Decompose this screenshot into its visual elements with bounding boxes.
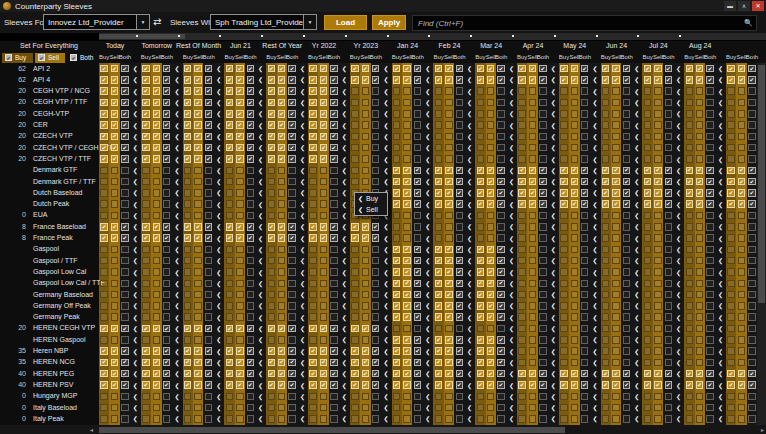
collapse-chevron-icon[interactable]: ❮ bbox=[258, 167, 263, 174]
checkbox-cell-both[interactable]: ✔ bbox=[121, 121, 129, 129]
collapse-chevron-icon[interactable]: ❮ bbox=[425, 76, 430, 83]
collapse-chevron-icon[interactable]: ❮ bbox=[676, 370, 681, 377]
collapse-chevron-icon[interactable]: ❮ bbox=[509, 122, 514, 129]
checkbox-cell-buy[interactable] bbox=[226, 200, 234, 208]
checkbox-cell-both[interactable] bbox=[539, 87, 547, 95]
checkbox-cell-buy[interactable]: ✔ bbox=[435, 246, 443, 254]
checkbox-cell-both[interactable] bbox=[288, 291, 296, 299]
checkbox-cell-sell[interactable]: ✔ bbox=[696, 65, 704, 73]
sub-column-label[interactable]: Both bbox=[620, 54, 632, 60]
checkbox-cell-sell[interactable] bbox=[278, 167, 286, 175]
checkbox-cell-both[interactable] bbox=[247, 415, 255, 423]
checkbox-cell-buy[interactable]: ✔ bbox=[435, 313, 443, 321]
checkbox-cell-both[interactable] bbox=[748, 404, 756, 412]
collapse-chevron-icon[interactable]: ❮ bbox=[593, 246, 598, 253]
checkbox-cell-both[interactable]: ✔ bbox=[497, 268, 505, 276]
checkbox-cell-sell[interactable]: ✔ bbox=[236, 99, 244, 107]
collapse-chevron-icon[interactable]: ❮ bbox=[551, 348, 556, 355]
checkbox-cell-buy[interactable] bbox=[644, 313, 652, 321]
collapse-chevron-icon[interactable]: ❮ bbox=[718, 325, 723, 332]
checkbox-cell-sell[interactable]: ✔ bbox=[487, 189, 495, 197]
scroll-right-icon[interactable]: ▸ bbox=[761, 426, 764, 433]
checkbox-cell-sell[interactable]: ✔ bbox=[403, 347, 411, 355]
checkbox-cell-sell[interactable]: ✔ bbox=[153, 223, 161, 231]
checkbox-cell-both[interactable]: ✔ bbox=[539, 167, 547, 175]
checkbox-cell-both[interactable]: ✔ bbox=[247, 223, 255, 231]
checkbox-cell-both[interactable] bbox=[247, 167, 255, 175]
collapse-chevron-icon[interactable]: ❮ bbox=[258, 359, 263, 366]
checkbox-cell-sell[interactable] bbox=[111, 393, 119, 401]
collapse-chevron-icon[interactable]: ❮ bbox=[133, 404, 138, 411]
checkbox-cell-buy[interactable] bbox=[393, 325, 401, 333]
checkbox-cell-buy[interactable]: ✔ bbox=[268, 76, 276, 84]
checkbox-cell-both[interactable] bbox=[288, 246, 296, 254]
collapse-chevron-icon[interactable]: ❮ bbox=[551, 167, 556, 174]
collapse-chevron-icon[interactable]: ❮ bbox=[509, 336, 514, 343]
collapse-chevron-icon[interactable]: ❮ bbox=[342, 348, 347, 355]
checkbox-cell-sell[interactable] bbox=[111, 404, 119, 412]
checkbox-cell-both[interactable]: ✔ bbox=[372, 223, 380, 231]
checkbox-cell-sell[interactable]: ✔ bbox=[278, 133, 286, 141]
checkbox-cell-sell[interactable] bbox=[529, 223, 537, 231]
checkbox-cell-buy[interactable] bbox=[727, 291, 735, 299]
collapse-chevron-icon[interactable]: ❮ bbox=[216, 178, 221, 185]
checkbox-cell-both[interactable]: ✔ bbox=[163, 381, 171, 389]
checkbox-cell-both[interactable] bbox=[623, 99, 631, 107]
row-label[interactable]: CZECH VTP / TTF bbox=[33, 155, 91, 162]
row-label[interactable]: CEGH-VTP bbox=[33, 110, 69, 117]
checkbox-cell-buy[interactable] bbox=[351, 133, 359, 141]
collapse-chevron-icon[interactable]: ❮ bbox=[342, 302, 347, 309]
checkbox-cell-buy[interactable] bbox=[602, 212, 610, 220]
checkbox-cell-buy[interactable] bbox=[309, 280, 317, 288]
row-label[interactable]: CZECH VTP bbox=[33, 132, 73, 139]
checkbox-cell-buy[interactable] bbox=[518, 223, 526, 231]
checkbox-cell-buy[interactable] bbox=[727, 212, 735, 220]
checkbox-cell-buy[interactable]: ✔ bbox=[309, 381, 317, 389]
checkbox-cell-buy[interactable] bbox=[226, 246, 234, 254]
checkbox-cell-both[interactable] bbox=[414, 155, 422, 163]
checkbox-cell-sell[interactable]: ✔ bbox=[445, 200, 453, 208]
checkbox-cell-sell[interactable]: ✔ bbox=[278, 155, 286, 163]
collapse-chevron-icon[interactable]: ❮ bbox=[467, 280, 472, 287]
checkbox-cell-buy[interactable] bbox=[184, 200, 192, 208]
sub-column-label[interactable]: Both bbox=[202, 54, 214, 60]
checkbox-cell-buy[interactable] bbox=[560, 133, 568, 141]
checkbox-cell-both[interactable]: ✔ bbox=[247, 359, 255, 367]
checkbox-cell-buy[interactable] bbox=[184, 189, 192, 197]
checkbox-cell-sell[interactable] bbox=[194, 257, 202, 265]
collapse-chevron-icon[interactable]: ❮ bbox=[551, 122, 556, 129]
checkbox-cell-both[interactable] bbox=[581, 313, 589, 321]
checkbox-cell-buy[interactable]: ✔ bbox=[435, 381, 443, 389]
checkbox-cell-buy[interactable] bbox=[560, 155, 568, 163]
checkbox-cell-both[interactable] bbox=[163, 336, 171, 344]
checkbox-cell-buy[interactable] bbox=[644, 415, 652, 423]
checkbox-cell-both[interactable] bbox=[581, 110, 589, 118]
checkbox-cell-both[interactable]: ✔ bbox=[247, 65, 255, 73]
checkbox-cell-sell[interactable]: ✔ bbox=[194, 121, 202, 129]
checkbox-cell-sell[interactable] bbox=[738, 87, 746, 95]
checkbox-cell-both[interactable] bbox=[205, 167, 213, 175]
checkbox-cell-sell[interactable] bbox=[612, 347, 620, 355]
collapse-chevron-icon[interactable]: ❮ bbox=[258, 280, 263, 287]
checkbox-cell-buy[interactable] bbox=[602, 313, 610, 321]
checkbox-cell-both[interactable]: ✔ bbox=[665, 76, 673, 84]
checkbox-cell-both[interactable] bbox=[121, 404, 129, 412]
collapse-chevron-icon[interactable]: ❮ bbox=[425, 235, 430, 242]
collapse-chevron-icon[interactable]: ❮ bbox=[216, 404, 221, 411]
checkbox-cell-sell[interactable] bbox=[696, 280, 704, 288]
swap-icon[interactable]: ⇄ bbox=[153, 16, 161, 27]
checkbox-cell-buy[interactable] bbox=[477, 325, 485, 333]
checkbox-cell-both[interactable] bbox=[581, 133, 589, 141]
collapse-chevron-icon[interactable]: ❮ bbox=[467, 348, 472, 355]
checkbox-cell-sell[interactable] bbox=[654, 223, 662, 231]
checkbox-cell-buy[interactable] bbox=[100, 404, 108, 412]
checkbox-cell-both[interactable] bbox=[163, 415, 171, 423]
checkbox-cell-sell[interactable]: ✔ bbox=[320, 133, 328, 141]
checkbox-cell-both[interactable]: ✔ bbox=[497, 359, 505, 367]
checkbox-cell-sell[interactable] bbox=[320, 404, 328, 412]
checkbox-cell-sell[interactable]: ✔ bbox=[236, 155, 244, 163]
checkbox-cell-sell[interactable] bbox=[654, 257, 662, 265]
checkbox-cell-both[interactable] bbox=[706, 280, 714, 288]
checkbox-cell-buy[interactable] bbox=[727, 268, 735, 276]
checkbox-cell-sell[interactable] bbox=[278, 200, 286, 208]
